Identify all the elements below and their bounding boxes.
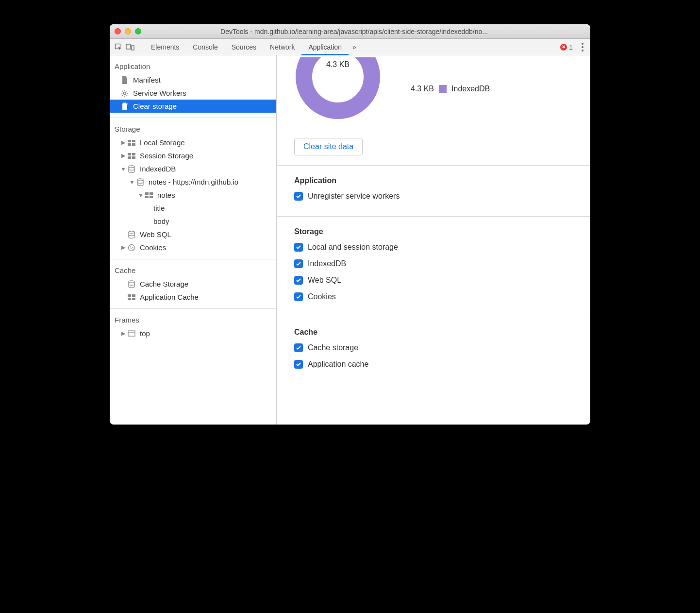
table-icon: [145, 192, 153, 198]
database-icon: [127, 165, 136, 173]
checkbox-icon: [294, 360, 303, 369]
section-title: Application: [294, 176, 590, 185]
sidebar-item-clear-storage[interactable]: Clear storage: [110, 100, 276, 113]
checkbox-local-session[interactable]: Local and session storage: [294, 243, 590, 252]
database-icon: [127, 231, 136, 238]
traffic-lights: [115, 28, 141, 34]
clear-section-application: Application Unregister service workers: [277, 165, 590, 216]
svg-rect-19: [128, 156, 131, 159]
error-badge[interactable]: ✕ 1: [560, 43, 573, 51]
checkbox-label: Local and session storage: [308, 243, 398, 252]
checkbox-cache-storage[interactable]: Cache storage: [294, 343, 590, 352]
svg-point-31: [131, 248, 132, 249]
expand-icon[interactable]: ▶: [120, 244, 126, 251]
device-toggle-icon[interactable]: [124, 41, 136, 53]
sidebar-item-label: title: [153, 204, 165, 212]
sidebar-item-label: Service Workers: [133, 89, 186, 97]
checkbox-application-cache[interactable]: Application cache: [294, 360, 590, 369]
sidebar-item-label: Local Storage: [140, 138, 185, 147]
sidebar-item-application-cache[interactable]: ▶ Application Cache: [110, 290, 276, 304]
sidebar-item-indexeddb-database[interactable]: ▼ notes - https://mdn.github.io: [110, 175, 276, 188]
window-title: DevTools - mdn.github.io/learning-area/j…: [147, 28, 585, 35]
expand-icon[interactable]: ▶: [120, 153, 126, 159]
svg-rect-18: [132, 153, 135, 155]
sidebar-item-session-storage[interactable]: ▶ Session Storage: [110, 149, 276, 162]
inspect-icon[interactable]: [113, 41, 124, 53]
checkbox-icon: [294, 259, 303, 268]
svg-rect-25: [145, 196, 149, 198]
sidebar-item-local-storage[interactable]: ▶ Local Storage: [110, 136, 276, 149]
checkbox-label: Web SQL: [308, 276, 341, 285]
table-icon: [127, 140, 136, 146]
clear-storage-panel: 4.3 KB 4.3 KB IndexedDB Clear site data …: [277, 55, 590, 425]
error-icon: ✕: [560, 44, 567, 51]
tab-network[interactable]: Network: [263, 39, 301, 55]
close-window-button[interactable]: [115, 28, 121, 34]
collapse-icon[interactable]: ▼: [138, 192, 144, 198]
checkbox-label: IndexedDB: [308, 259, 346, 268]
svg-point-27: [129, 231, 134, 233]
sidebar: Application Manifest Service Workers Cle…: [110, 55, 277, 425]
gear-icon: [120, 89, 129, 97]
legend-label: IndexedDB: [451, 85, 490, 93]
sidebar-item-label: Manifest: [133, 76, 161, 84]
tabs-overflow[interactable]: »: [349, 43, 360, 51]
collapse-icon[interactable]: ▼: [129, 179, 135, 185]
clear-site-data-button[interactable]: Clear site data: [294, 138, 363, 155]
svg-rect-12: [123, 104, 127, 110]
checkbox-label: Cookies: [308, 292, 336, 301]
sidebar-item-web-sql[interactable]: ▶ Web SQL: [110, 228, 276, 241]
sidebar-item-label: notes - https://mdn.github.io: [149, 178, 238, 186]
svg-rect-15: [128, 143, 131, 146]
checkbox-icon: [294, 292, 303, 301]
sidebar-item-manifest[interactable]: Manifest: [110, 73, 276, 86]
sidebar-item-label: Session Storage: [140, 152, 193, 160]
sidebar-item-label: IndexedDB: [140, 165, 176, 173]
zoom-window-button[interactable]: [135, 28, 141, 34]
svg-rect-38: [128, 331, 135, 336]
checkbox-label: Unregister service workers: [308, 192, 400, 201]
sidebar-item-frame-top[interactable]: ▶ top: [110, 327, 276, 340]
trash-icon: [120, 102, 129, 110]
titlebar: DevTools - mdn.github.io/learning-area/j…: [110, 24, 590, 39]
svg-rect-17: [128, 153, 131, 155]
svg-rect-20: [132, 156, 135, 159]
expand-icon[interactable]: ▶: [120, 330, 126, 337]
svg-point-22: [137, 178, 143, 180]
checkbox-web-sql[interactable]: Web SQL: [294, 276, 590, 285]
tab-application[interactable]: Application: [301, 39, 349, 55]
sidebar-item-indexeddb-field-title[interactable]: title: [110, 202, 276, 215]
database-icon: [127, 280, 136, 288]
svg-rect-2: [132, 46, 134, 50]
minimize-window-button[interactable]: [125, 28, 131, 34]
svg-point-30: [132, 247, 133, 248]
tab-sources[interactable]: Sources: [225, 39, 263, 55]
sidebar-item-cookies[interactable]: ▶ Cookies: [110, 241, 276, 254]
sidebar-item-indexeddb[interactable]: ▼ IndexedDB: [110, 162, 276, 175]
tab-console[interactable]: Console: [186, 39, 224, 55]
svg-rect-13: [128, 140, 131, 142]
checkbox-unregister-sw[interactable]: Unregister service workers: [294, 192, 590, 201]
expand-icon[interactable]: ▶: [120, 139, 126, 146]
checkbox-icon: [294, 192, 303, 201]
tab-elements[interactable]: Elements: [144, 39, 186, 55]
collapse-icon[interactable]: ▼: [120, 166, 126, 172]
table-icon: [127, 153, 136, 159]
checkbox-cookies[interactable]: Cookies: [294, 292, 590, 301]
checkbox-icon: [294, 343, 303, 352]
sidebar-item-cache-storage[interactable]: ▶ Cache Storage: [110, 277, 276, 290]
svg-rect-23: [145, 192, 149, 195]
devtools-window: DevTools - mdn.github.io/learning-area/j…: [110, 24, 590, 425]
sidebar-item-indexeddb-field-body[interactable]: body: [110, 215, 276, 228]
svg-line-9: [127, 95, 128, 96]
sidebar-item-service-workers[interactable]: Service Workers: [110, 86, 276, 100]
svg-rect-26: [150, 196, 153, 198]
legend-size: 4.3 KB: [411, 85, 434, 93]
sidebar-item-label: body: [153, 217, 169, 225]
settings-menu-icon[interactable]: [578, 43, 587, 51]
svg-point-28: [129, 244, 135, 251]
svg-line-8: [122, 91, 123, 92]
sidebar-item-indexeddb-store[interactable]: ▼ notes: [110, 188, 276, 202]
checkbox-indexeddb[interactable]: IndexedDB: [294, 259, 590, 268]
storage-usage-chart: 4.3 KB: [294, 57, 382, 120]
